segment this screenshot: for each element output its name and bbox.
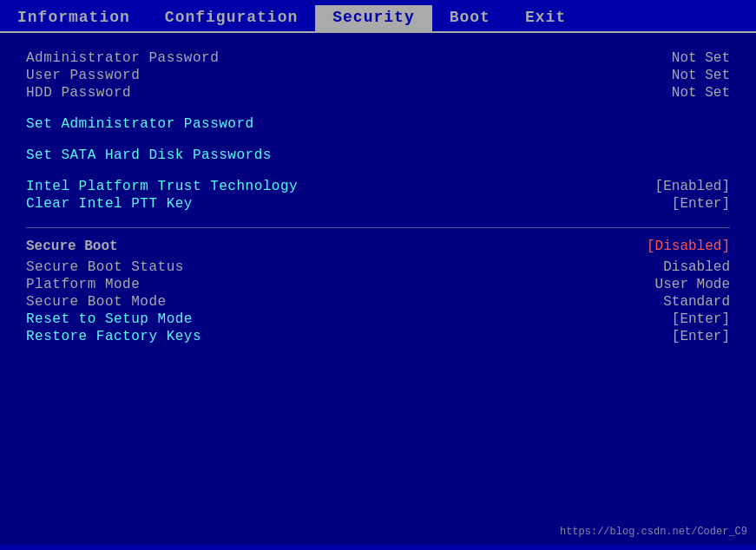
secure-boot-header-row: Secure Boot [Disabled] <box>26 239 730 258</box>
intel-platform-row[interactable]: Intel Platform Trust Technology [Enabled… <box>26 179 730 194</box>
admin-password-label: Administrator Password <box>26 50 219 66</box>
password-section: Administrator Password Not Set User Pass… <box>26 50 730 101</box>
secure-boot-status-value: Disabled <box>626 259 730 275</box>
intel-section: Intel Platform Trust Technology [Enabled… <box>26 179 730 212</box>
reset-setup-label[interactable]: Reset to Setup Mode <box>26 311 193 327</box>
menu-item-security[interactable]: Security <box>315 5 431 31</box>
secure-boot-status-label: Secure Boot Status <box>26 259 184 275</box>
platform-mode-label: Platform Mode <box>26 277 140 292</box>
secure-boot-mode-value: Standard <box>626 294 730 310</box>
intel-platform-value: [Enabled] <box>626 179 730 194</box>
reset-setup-value: [Enter] <box>626 311 730 327</box>
menu-item-information[interactable]: Information <box>0 5 148 31</box>
admin-password-value: Not Set <box>626 50 730 66</box>
reset-setup-row[interactable]: Reset to Setup Mode [Enter] <box>26 311 730 327</box>
user-password-row: User Password Not Set <box>26 68 730 83</box>
set-admin-row[interactable]: Set Administrator Password <box>26 116 730 132</box>
set-sata-row[interactable]: Set SATA Hard Disk Passwords <box>26 147 730 163</box>
hdd-password-value: Not Set <box>626 85 730 101</box>
secure-boot-header-value: [Disabled] <box>647 239 730 254</box>
user-password-value: Not Set <box>626 68 730 83</box>
secure-boot-status-row: Secure Boot Status Disabled <box>26 259 730 275</box>
platform-mode-value: User Mode <box>626 277 730 292</box>
restore-factory-value: [Enter] <box>626 329 730 344</box>
watermark: https://blog.csdn.net/Coder_C9 <box>560 526 747 538</box>
secure-boot-section: Secure Boot [Disabled] Secure Boot Statu… <box>26 239 730 344</box>
clear-intel-value: [Enter] <box>626 196 730 212</box>
platform-mode-row: Platform Mode User Mode <box>26 277 730 292</box>
menu-item-exit[interactable]: Exit <box>508 5 583 31</box>
content-area: Administrator Password Not Set User Pass… <box>0 33 756 545</box>
hdd-password-label: HDD Password <box>26 85 131 101</box>
restore-factory-row[interactable]: Restore Factory Keys [Enter] <box>26 329 730 344</box>
section-divider <box>26 227 730 228</box>
set-sata-label[interactable]: Set SATA Hard Disk Passwords <box>26 147 272 163</box>
secure-boot-mode-row: Secure Boot Mode Standard <box>26 294 730 310</box>
menu-item-configuration[interactable]: Configuration <box>148 5 315 31</box>
menu-item-boot[interactable]: Boot <box>432 5 508 31</box>
menu-bar: Information Configuration Security Boot … <box>0 0 756 33</box>
secure-boot-header: Secure Boot <box>26 239 118 254</box>
secure-boot-mode-label: Secure Boot Mode <box>26 294 167 310</box>
admin-password-row: Administrator Password Not Set <box>26 50 730 66</box>
set-admin-label[interactable]: Set Administrator Password <box>26 116 254 132</box>
user-password-label: User Password <box>26 68 140 83</box>
hdd-password-row: HDD Password Not Set <box>26 85 730 101</box>
set-sata-section: Set SATA Hard Disk Passwords <box>26 147 730 163</box>
intel-platform-label[interactable]: Intel Platform Trust Technology <box>26 179 298 194</box>
clear-intel-label[interactable]: Clear Intel PTT Key <box>26 196 193 212</box>
restore-factory-label[interactable]: Restore Factory Keys <box>26 329 201 344</box>
set-admin-section: Set Administrator Password <box>26 116 730 132</box>
clear-intel-row[interactable]: Clear Intel PTT Key [Enter] <box>26 196 730 212</box>
